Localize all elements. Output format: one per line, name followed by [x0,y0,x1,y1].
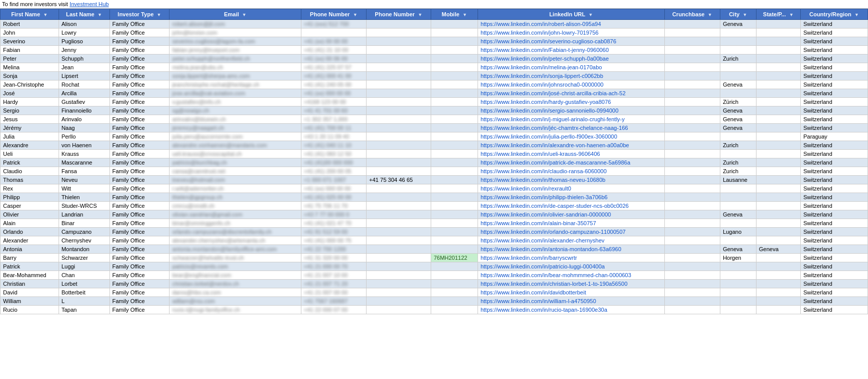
investment-hub-link[interactable]: Investment Hub [70,1,109,7]
table-row[interactable]: PatrickLuggiFamily Officepatricio@revamt… [1,262,868,271]
cell-phone2 [367,106,431,115]
cell-city [720,297,756,306]
filter-icon-investor-type[interactable]: ▼ [157,12,161,17]
cell-crunchbase [664,20,720,29]
cell-mobile [431,219,478,228]
table-row[interactable]: WilliamLFamily Officewilliam@rou.com+41 … [1,297,868,306]
cell-city [720,29,756,37]
cell-mobile [431,29,478,37]
filter-icon-last-name[interactable]: ▼ [97,12,102,17]
cell-crunchbase [664,306,720,314]
table-row[interactable]: Bear-MohammedChanFamily Officebear@engfi… [1,271,868,280]
col-first-name[interactable]: First Name ▼ [1,9,59,20]
table-row[interactable]: ClaudioFansaFamily Officecansa@canntrust… [1,167,868,176]
table-row[interactable]: AntoniaMontandonFamily Officeantonia.mon… [1,245,868,254]
col-city[interactable]: City ▼ [720,9,756,20]
cell-first_name: Hardy [1,98,59,106]
cell-state [756,288,800,297]
col-investor-type[interactable]: Investor Type ▼ [109,9,170,20]
cell-mobile [431,63,478,72]
filter-icon-country[interactable]: ▼ [854,12,859,17]
cell-phone2 [367,262,431,271]
cell-crunchbase [664,288,720,297]
filter-icon-linkedin[interactable]: ▼ [589,12,593,17]
table-row[interactable]: BarrySchwarzerFamily Officeschwarzer@hel… [1,254,868,262]
col-crunchbase[interactable]: Crunchbase ▼ [664,9,720,20]
cell-linkedin: https://www.linkedin.com/in/alexander-ch… [478,236,664,245]
col-last-name[interactable]: Last Name ▼ [59,9,109,20]
cell-city [720,132,756,141]
cell-crunchbase [664,184,720,193]
table-row[interactable]: AlainBinarFamily Officebinar@omninggenfo… [1,219,868,228]
table-row[interactable]: HardyGustafievFamily Officev.gustafiev@i… [1,98,868,106]
table-row[interactable]: AlexanderChernyshevFamily Officealexande… [1,236,868,245]
cell-investor_type: Family Office [109,236,170,245]
table-row[interactable]: SonjaLipsertFamily Officesonja.lippert@s… [1,72,868,80]
cell-last_name: Arcilla [59,89,109,98]
cell-crunchbase [664,202,720,210]
filter-icon-phone1[interactable]: ▼ [353,12,357,17]
cell-city [720,89,756,98]
table-row[interactable]: OrlandoCampuzanoFamily Officeorlando.cam… [1,228,868,236]
table-row[interactable]: RobertAlisonFamily Officerobert.alison@j… [1,20,868,29]
table-row[interactable]: JohnLowryFamily Officejohn@lorvion.comht… [1,29,868,37]
col-country[interactable]: Country/Region ▼ [800,9,867,20]
cell-investor_type: Family Office [109,37,170,46]
col-email[interactable]: Email ▼ [170,9,301,20]
filter-icon-email[interactable]: ▼ [242,12,246,17]
table-row[interactable]: OlivierLandrianFamily Officeolivian.sand… [1,210,868,219]
table-row[interactable]: RucioTapanFamily Officerucio.t@nugi-fami… [1,306,868,314]
filter-icon-state[interactable]: ▼ [789,12,794,17]
table-row[interactable]: Jean-ChristopheRochatFamily Officejeanch… [1,80,868,89]
table-row[interactable]: JoséArcillaFamily Officejose.arcilla@cat… [1,89,868,98]
table-row[interactable]: PhilippThielenFamily Officethielen@gpgro… [1,193,868,202]
cell-last_name: Botterbeit [59,288,109,297]
table-row[interactable]: CasperStuder-WRCSFamily Officecmrcu@nnst… [1,202,868,210]
cell-linkedin: https://www.linkedin.com/in/melina-jean-… [478,63,664,72]
col-linkedin[interactable]: LinkedIn URL ▼ [478,9,664,20]
table-row[interactable]: MelinaJeanFamily Officemelina.jean@ubs.c… [1,63,868,72]
table-row[interactable]: JesusArinvaloFamily Officearinvalro@blue… [1,115,868,124]
banner-text: To find more investors visit [2,1,70,7]
filter-icon-phone2[interactable]: ▼ [418,12,423,17]
cell-email: alexander.chernyshev@artemanta.ch [170,236,301,245]
cell-crunchbase [664,115,720,124]
cell-phone2 [367,184,431,193]
cell-mobile [431,280,478,288]
table-row[interactable]: UeliKraussFamily Officeueli.krauss@cross… [1,150,868,158]
cell-linkedin: https://www.linkedin.com/in/j-miguel-ari… [478,115,664,124]
table-row[interactable]: SergioFinannoielloFamily Officesg@nowigo… [1,106,868,115]
table-row[interactable]: RexWittFamily Officer.witt@adernortier.c… [1,184,868,193]
table-row[interactable]: SeverinoPugliosoFamily Officeseverino.cu… [1,37,868,46]
table-row[interactable]: DavidBotterbeitFamily Officedaros@hbo.ca… [1,288,868,297]
table-row[interactable]: ChristianLorbetFamily Officechristian.lo… [1,280,868,288]
cell-first_name: José [1,89,59,98]
col-phone2[interactable]: Phone Number ▼ [367,9,431,20]
cell-crunchbase [664,254,720,262]
cell-city: Geneva [720,20,756,29]
table-row[interactable]: PatrickMascaranneFamily Officepatricio@b… [1,158,868,167]
filter-icon-city[interactable]: ▼ [743,12,747,17]
table-row[interactable]: JuliaPerlloFamily Officejulia.peru@aucor… [1,132,868,141]
filter-icon-first-name[interactable]: ▼ [43,12,48,17]
table-row[interactable]: Alexandrevon HaenenFamily Officealexandr… [1,141,868,150]
filter-icon-crunchbase[interactable]: ▼ [708,12,712,17]
cell-state [756,132,800,141]
cell-state [756,89,800,98]
table-row[interactable]: PeterSchupphFamily Officepeter.schupph@n… [1,55,868,63]
cell-last_name: Montandon [59,245,109,254]
cell-city: Lausanne [720,176,756,184]
col-mobile[interactable]: Mobile ▼ [431,9,478,20]
filter-icon-mobile[interactable]: ▼ [462,12,467,17]
cell-investor_type: Family Office [109,63,170,72]
cell-email: olivian.sandrian@gmail.com [170,210,301,219]
col-state[interactable]: State/P... ▼ [756,9,800,20]
cell-last_name: Witt [59,184,109,193]
col-phone1[interactable]: Phone Number ▼ [301,9,366,20]
table-row[interactable]: FabianJennyFamily Officefabian.jenny@tru… [1,46,868,55]
table-row[interactable]: JérémyNaagFamily Officejeremcy@naagart.c… [1,124,868,132]
cell-email: melina.jean@ubs.ch [170,63,301,72]
cell-country: Switzerland [800,37,867,46]
table-row[interactable]: ThomasNeveuFamily Officetneveu@hotmail.c… [1,176,868,184]
cell-linkedin: https://www.linkedin.com/in/johnsrocha0-… [478,80,664,89]
